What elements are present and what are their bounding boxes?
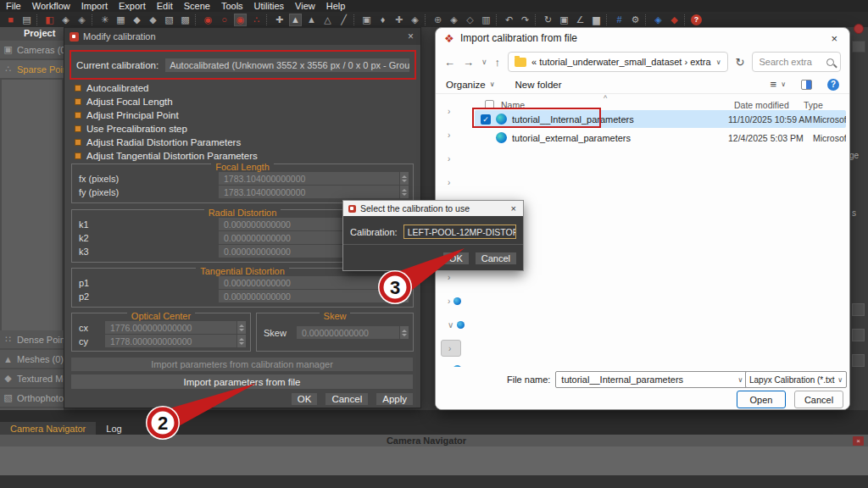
calibration-option[interactable]: Adjust Principal Point bbox=[75, 108, 258, 122]
right-panel-button[interactable] bbox=[852, 41, 865, 53]
calibration-name-input[interactable]: LEFT-POOL-12MP-DISTOR bbox=[403, 225, 516, 239]
tree-expander[interactable]: ∨ bbox=[441, 313, 471, 336]
rotation-icon[interactable]: ○ bbox=[218, 14, 231, 26]
chevron-down-icon[interactable]: ∨ bbox=[716, 58, 721, 66]
calibration-option[interactable]: Adjust Focal Length bbox=[75, 95, 258, 108]
toolbar-separator[interactable] bbox=[645, 14, 648, 25]
recent-locations-icon[interactable]: ∨ bbox=[481, 58, 487, 66]
organize-button[interactable]: Organize bbox=[446, 80, 486, 90]
up-icon[interactable]: ↑ bbox=[495, 56, 501, 69]
toolbar-separator[interactable] bbox=[684, 14, 687, 25]
cubes-icon[interactable]: ◈ bbox=[409, 14, 421, 26]
toolbar-separator[interactable] bbox=[353, 14, 357, 25]
menu-item[interactable]: File bbox=[6, 1, 21, 11]
orbit-icon[interactable]: ↻ bbox=[542, 14, 554, 26]
right-panel-button[interactable] bbox=[852, 303, 865, 316]
toolbar-separator[interactable] bbox=[36, 14, 40, 25]
address-path[interactable]: « tutorial_underwater_small_dataset › ex… bbox=[531, 57, 711, 67]
spinner-icon[interactable] bbox=[399, 290, 409, 302]
close-icon[interactable]: × bbox=[406, 31, 415, 42]
tab-log[interactable]: Log bbox=[96, 422, 131, 435]
address-bar[interactable]: « tutorial_underwater_small_dataset › ex… bbox=[508, 52, 727, 72]
settings-gear-icon[interactable]: ⚙ bbox=[629, 14, 642, 26]
box-icon[interactable]: ◈ bbox=[59, 14, 72, 26]
apply-button[interactable]: Apply bbox=[376, 393, 413, 405]
spinner-icon[interactable] bbox=[236, 321, 246, 334]
column-date-modified[interactable]: Date modified bbox=[734, 100, 804, 110]
script-icon[interactable]: # bbox=[613, 14, 626, 26]
numeric-field[interactable]: 1783.104000000000 bbox=[219, 186, 399, 198]
spinner-icon[interactable] bbox=[236, 335, 246, 347]
menu-item[interactable]: Import bbox=[81, 1, 108, 11]
new-folder-button[interactable]: New folder bbox=[515, 80, 562, 90]
numeric-field[interactable]: 1778.000000000000 bbox=[105, 335, 236, 347]
crop-icon[interactable]: ▣ bbox=[558, 14, 570, 26]
close-icon[interactable]: × bbox=[829, 33, 839, 44]
camera-rig-icon[interactable]: ▣ bbox=[360, 14, 373, 26]
import-images-icon[interactable]: ◧ bbox=[43, 14, 56, 26]
histogram-icon[interactable]: ▆ bbox=[590, 14, 603, 26]
cancel-button[interactable]: Cancel bbox=[326, 393, 368, 405]
tree-expander[interactable]: › bbox=[441, 289, 471, 313]
checkbox-checked-icon[interactable] bbox=[75, 98, 81, 105]
tab-camera-navigator[interactable]: Camera Navigator bbox=[0, 422, 96, 435]
target-icon[interactable]: ◉ bbox=[234, 14, 247, 26]
calibration-option[interactable]: Use Precalibration step bbox=[75, 122, 258, 136]
export-cloud-icon[interactable]: ◆ bbox=[147, 14, 159, 26]
checkbox-checked-icon[interactable] bbox=[75, 85, 81, 92]
cancel-button[interactable]: Cancel bbox=[476, 252, 516, 264]
checkbox-checked-icon[interactable] bbox=[75, 125, 81, 132]
export-mesh-icon[interactable]: ◆ bbox=[131, 14, 143, 26]
tree-expander[interactable]: › bbox=[441, 123, 471, 147]
calibration-option[interactable]: Autocalibrated bbox=[75, 81, 258, 95]
calibration-option[interactable]: Adjust Radial Distortion Parameters bbox=[75, 136, 258, 149]
checkbox-checked-icon[interactable] bbox=[75, 112, 81, 119]
export-grid-icon[interactable]: ▩ bbox=[179, 14, 192, 26]
column-name[interactable]: Name bbox=[501, 100, 734, 110]
sidebar-item-sparse-points[interactable]: ∴Sparse Point Clouds bbox=[0, 60, 64, 78]
close-icon[interactable]: × bbox=[853, 436, 864, 446]
numeric-field[interactable]: 0.000000000000 bbox=[219, 276, 399, 289]
mesh-wire-icon[interactable]: △ bbox=[321, 14, 334, 26]
menu-item[interactable]: View bbox=[295, 1, 315, 11]
toolbar-separator[interactable] bbox=[266, 14, 270, 25]
numeric-field[interactable]: 1783.104000000000 bbox=[219, 172, 399, 185]
align-sphere-icon[interactable]: ✳ bbox=[98, 14, 111, 26]
camera-icon[interactable]: ◉ bbox=[202, 14, 214, 26]
ruler-icon[interactable]: ∠ bbox=[574, 14, 587, 26]
tree-expander[interactable]: › bbox=[441, 99, 471, 123]
toolbar-separator[interactable] bbox=[195, 14, 198, 25]
redo-icon[interactable]: ↷ bbox=[519, 14, 531, 26]
view-list-icon[interactable]: ≡ bbox=[771, 78, 777, 91]
file-type-select[interactable]: Lapyx Calibration (*.txt | *.xml) ∨ bbox=[745, 371, 847, 388]
toolbar-separator[interactable] bbox=[606, 14, 609, 25]
chevron-down-icon[interactable]: ∨ bbox=[781, 80, 786, 88]
toolbar-separator[interactable] bbox=[496, 14, 499, 25]
cancel-button[interactable]: Cancel bbox=[794, 391, 843, 408]
chevron-down-icon[interactable]: ∨ bbox=[738, 376, 743, 384]
help-icon[interactable]: ? bbox=[691, 14, 702, 25]
marker-icon[interactable]: ✚ bbox=[273, 14, 286, 26]
tutorial_external_parameters[interactable]: ✓ tutorial_external_parameters 12/4/2025… bbox=[475, 129, 846, 147]
tree-expander[interactable]: › bbox=[441, 147, 471, 170]
sidebar-item-textured-meshes[interactable]: ◆Textured Meshes bbox=[0, 369, 64, 387]
open-file-icon[interactable]: ▤ bbox=[20, 14, 33, 26]
column-type[interactable]: Type bbox=[804, 100, 823, 110]
points-cluster-icon[interactable]: ∴ bbox=[250, 14, 263, 26]
app-close-indicator[interactable] bbox=[854, 24, 864, 34]
grid-globe-icon[interactable]: ⊕ bbox=[431, 14, 444, 26]
ok-button[interactable]: OK bbox=[292, 393, 318, 405]
hand-icon[interactable]: ♦ bbox=[376, 14, 389, 26]
toolbar-separator[interactable] bbox=[425, 14, 428, 25]
right-panel-button[interactable] bbox=[852, 354, 865, 367]
menu-item[interactable]: Edit bbox=[157, 1, 173, 11]
menu-item[interactable]: Scene bbox=[184, 1, 210, 11]
mesh-solid-icon[interactable]: ▲ bbox=[289, 14, 302, 26]
new-project-icon[interactable]: ■ bbox=[4, 14, 17, 26]
select-all-checkbox[interactable] bbox=[485, 100, 494, 109]
spinner-icon[interactable] bbox=[399, 172, 409, 185]
chevron-down-icon[interactable]: ∨ bbox=[490, 80, 495, 88]
refresh-icon[interactable]: ↻ bbox=[736, 56, 745, 69]
numeric-field[interactable]: 0.000000000000 bbox=[297, 326, 399, 339]
ok-button[interactable]: OK bbox=[443, 252, 469, 264]
